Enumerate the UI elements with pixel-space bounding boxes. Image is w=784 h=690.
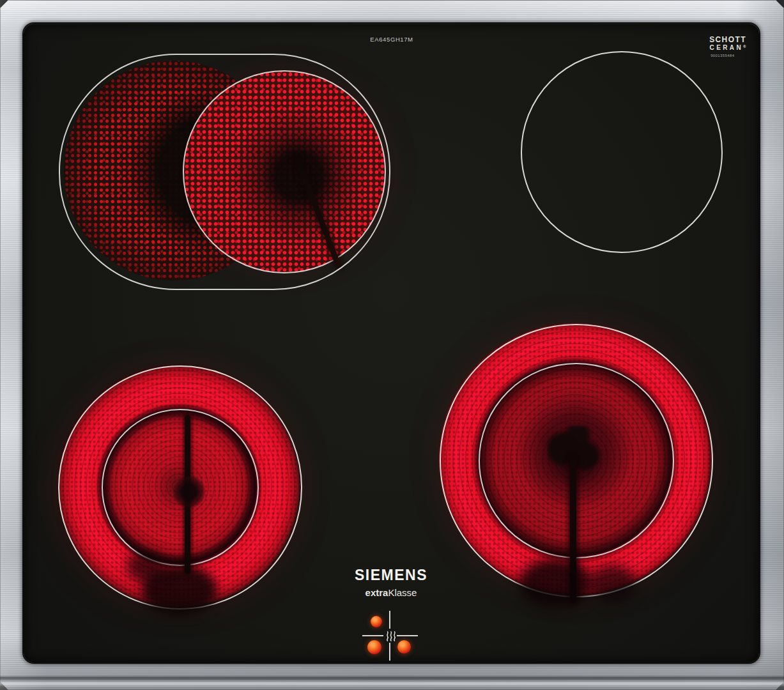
schott-ceran-line2: CERAN® <box>709 43 746 51</box>
registered-trademark-symbol: ® <box>743 45 746 49</box>
residual-heat-dot-back-left <box>371 616 382 627</box>
model-number-label: EA645GH17M <box>370 36 413 43</box>
siemens-logo: SIEMENS <box>355 568 427 583</box>
glass-serial-number: 9001355484 <box>711 54 746 57</box>
zone-front-left-terminal-shadow-2 <box>127 551 165 583</box>
brand-block: SIEMENS extraKlasse <box>355 568 427 597</box>
schott-ceran-line1: SCHOTT <box>709 36 746 43</box>
schott-ceran-wordmark: CERAN <box>710 44 744 51</box>
zone-front-right-terminal-shadow-2 <box>589 565 636 603</box>
residual-heat-dot-front-left <box>367 640 381 654</box>
extraklasse-label-bold: extra <box>365 587 388 598</box>
indicator-cross-line-left <box>362 635 383 636</box>
zone-back-right-outline <box>521 51 723 253</box>
steel-front-edge-profile <box>0 675 784 690</box>
zone-front-right-terminal-shadow <box>519 558 593 608</box>
indicator-cross-line-right <box>397 635 418 636</box>
residual-heat-dot-front-right <box>397 640 411 654</box>
zone-front-left-center-shadow <box>173 475 206 509</box>
indicator-cross-line-bottom <box>389 643 390 661</box>
extraklasse-label-regular: Klasse <box>388 587 417 598</box>
cooktop-product-photo: EA645GH17M SCHOTT CERAN® 9001355484 SIEM… <box>0 0 784 690</box>
indicator-cross-line-top <box>389 611 390 629</box>
schott-ceran-logo: SCHOTT CERAN® 9001355484 <box>709 36 746 57</box>
zone-back-left-oval-outline <box>59 54 390 290</box>
extraklasse-label: extraKlasse <box>355 588 427 597</box>
residual-heat-waves-icon <box>385 628 397 643</box>
